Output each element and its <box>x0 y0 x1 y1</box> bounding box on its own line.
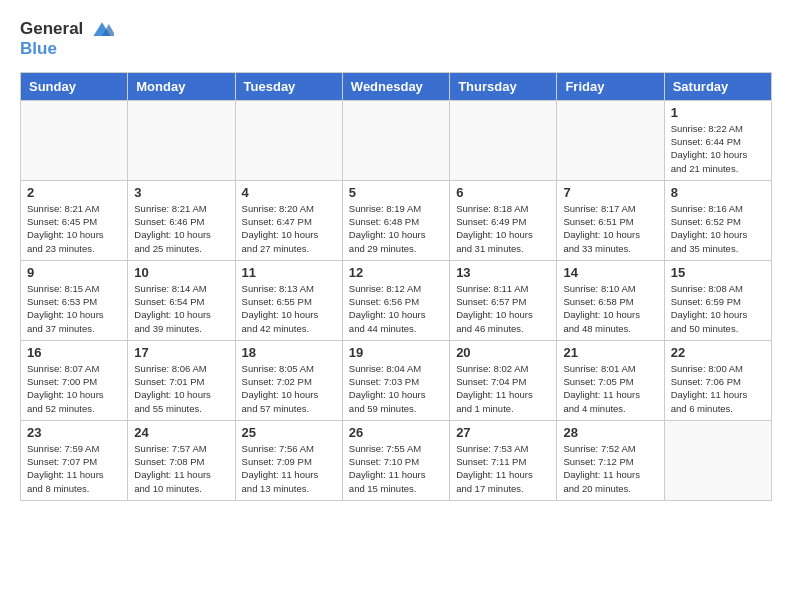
calendar-cell: 8Sunrise: 8:16 AM Sunset: 6:52 PM Daylig… <box>664 180 771 260</box>
day-info: Sunrise: 8:00 AM Sunset: 7:06 PM Dayligh… <box>671 362 765 415</box>
day-number: 28 <box>563 425 657 440</box>
calendar-cell: 28Sunrise: 7:52 AM Sunset: 7:12 PM Dayli… <box>557 420 664 500</box>
calendar-cell: 2Sunrise: 8:21 AM Sunset: 6:45 PM Daylig… <box>21 180 128 260</box>
day-number: 12 <box>349 265 443 280</box>
day-info: Sunrise: 8:16 AM Sunset: 6:52 PM Dayligh… <box>671 202 765 255</box>
calendar-cell: 10Sunrise: 8:14 AM Sunset: 6:54 PM Dayli… <box>128 260 235 340</box>
day-info: Sunrise: 8:22 AM Sunset: 6:44 PM Dayligh… <box>671 122 765 175</box>
calendar-cell: 16Sunrise: 8:07 AM Sunset: 7:00 PM Dayli… <box>21 340 128 420</box>
day-info: Sunrise: 7:57 AM Sunset: 7:08 PM Dayligh… <box>134 442 228 495</box>
calendar-cell: 9Sunrise: 8:15 AM Sunset: 6:53 PM Daylig… <box>21 260 128 340</box>
day-info: Sunrise: 8:18 AM Sunset: 6:49 PM Dayligh… <box>456 202 550 255</box>
day-number: 17 <box>134 345 228 360</box>
day-number: 21 <box>563 345 657 360</box>
day-number: 14 <box>563 265 657 280</box>
weekday-header-sunday: Sunday <box>21 72 128 100</box>
calendar-table: SundayMondayTuesdayWednesdayThursdayFrid… <box>20 72 772 501</box>
day-number: 1 <box>671 105 765 120</box>
calendar-cell: 11Sunrise: 8:13 AM Sunset: 6:55 PM Dayli… <box>235 260 342 340</box>
day-info: Sunrise: 8:21 AM Sunset: 6:46 PM Dayligh… <box>134 202 228 255</box>
calendar-cell: 17Sunrise: 8:06 AM Sunset: 7:01 PM Dayli… <box>128 340 235 420</box>
calendar-cell <box>235 100 342 180</box>
day-number: 23 <box>27 425 121 440</box>
weekday-header-monday: Monday <box>128 72 235 100</box>
day-info: Sunrise: 8:02 AM Sunset: 7:04 PM Dayligh… <box>456 362 550 415</box>
day-info: Sunrise: 7:55 AM Sunset: 7:10 PM Dayligh… <box>349 442 443 495</box>
day-number: 26 <box>349 425 443 440</box>
day-number: 24 <box>134 425 228 440</box>
calendar-cell: 27Sunrise: 7:53 AM Sunset: 7:11 PM Dayli… <box>450 420 557 500</box>
day-number: 19 <box>349 345 443 360</box>
day-number: 3 <box>134 185 228 200</box>
logo: General Blue <box>20 20 114 59</box>
calendar-cell: 14Sunrise: 8:10 AM Sunset: 6:58 PM Dayli… <box>557 260 664 340</box>
calendar-cell <box>21 100 128 180</box>
calendar-cell: 22Sunrise: 8:00 AM Sunset: 7:06 PM Dayli… <box>664 340 771 420</box>
calendar-cell: 12Sunrise: 8:12 AM Sunset: 6:56 PM Dayli… <box>342 260 449 340</box>
day-number: 18 <box>242 345 336 360</box>
day-number: 22 <box>671 345 765 360</box>
calendar-cell: 18Sunrise: 8:05 AM Sunset: 7:02 PM Dayli… <box>235 340 342 420</box>
day-info: Sunrise: 8:21 AM Sunset: 6:45 PM Dayligh… <box>27 202 121 255</box>
day-number: 13 <box>456 265 550 280</box>
day-number: 4 <box>242 185 336 200</box>
day-info: Sunrise: 8:12 AM Sunset: 6:56 PM Dayligh… <box>349 282 443 335</box>
day-info: Sunrise: 7:52 AM Sunset: 7:12 PM Dayligh… <box>563 442 657 495</box>
day-number: 25 <box>242 425 336 440</box>
day-number: 9 <box>27 265 121 280</box>
day-number: 11 <box>242 265 336 280</box>
day-info: Sunrise: 7:56 AM Sunset: 7:09 PM Dayligh… <box>242 442 336 495</box>
day-info: Sunrise: 8:11 AM Sunset: 6:57 PM Dayligh… <box>456 282 550 335</box>
day-info: Sunrise: 7:59 AM Sunset: 7:07 PM Dayligh… <box>27 442 121 495</box>
calendar-cell: 6Sunrise: 8:18 AM Sunset: 6:49 PM Daylig… <box>450 180 557 260</box>
weekday-header-thursday: Thursday <box>450 72 557 100</box>
day-info: Sunrise: 8:07 AM Sunset: 7:00 PM Dayligh… <box>27 362 121 415</box>
calendar-cell: 23Sunrise: 7:59 AM Sunset: 7:07 PM Dayli… <box>21 420 128 500</box>
calendar-cell: 5Sunrise: 8:19 AM Sunset: 6:48 PM Daylig… <box>342 180 449 260</box>
day-number: 15 <box>671 265 765 280</box>
day-number: 7 <box>563 185 657 200</box>
day-info: Sunrise: 8:17 AM Sunset: 6:51 PM Dayligh… <box>563 202 657 255</box>
day-number: 8 <box>671 185 765 200</box>
day-number: 10 <box>134 265 228 280</box>
calendar-cell <box>557 100 664 180</box>
calendar-cell <box>450 100 557 180</box>
calendar-cell: 25Sunrise: 7:56 AM Sunset: 7:09 PM Dayli… <box>235 420 342 500</box>
calendar-cell: 1Sunrise: 8:22 AM Sunset: 6:44 PM Daylig… <box>664 100 771 180</box>
day-info: Sunrise: 8:04 AM Sunset: 7:03 PM Dayligh… <box>349 362 443 415</box>
day-info: Sunrise: 8:20 AM Sunset: 6:47 PM Dayligh… <box>242 202 336 255</box>
calendar-cell: 3Sunrise: 8:21 AM Sunset: 6:46 PM Daylig… <box>128 180 235 260</box>
day-info: Sunrise: 8:06 AM Sunset: 7:01 PM Dayligh… <box>134 362 228 415</box>
day-info: Sunrise: 8:08 AM Sunset: 6:59 PM Dayligh… <box>671 282 765 335</box>
weekday-header-friday: Friday <box>557 72 664 100</box>
day-info: Sunrise: 8:01 AM Sunset: 7:05 PM Dayligh… <box>563 362 657 415</box>
day-info: Sunrise: 8:15 AM Sunset: 6:53 PM Dayligh… <box>27 282 121 335</box>
calendar-cell: 26Sunrise: 7:55 AM Sunset: 7:10 PM Dayli… <box>342 420 449 500</box>
calendar-cell: 15Sunrise: 8:08 AM Sunset: 6:59 PM Dayli… <box>664 260 771 340</box>
weekday-header-saturday: Saturday <box>664 72 771 100</box>
calendar-cell: 20Sunrise: 8:02 AM Sunset: 7:04 PM Dayli… <box>450 340 557 420</box>
calendar-cell <box>664 420 771 500</box>
calendar-cell <box>128 100 235 180</box>
day-number: 6 <box>456 185 550 200</box>
day-info: Sunrise: 7:53 AM Sunset: 7:11 PM Dayligh… <box>456 442 550 495</box>
day-number: 20 <box>456 345 550 360</box>
calendar-cell: 19Sunrise: 8:04 AM Sunset: 7:03 PM Dayli… <box>342 340 449 420</box>
day-info: Sunrise: 8:14 AM Sunset: 6:54 PM Dayligh… <box>134 282 228 335</box>
day-info: Sunrise: 8:13 AM Sunset: 6:55 PM Dayligh… <box>242 282 336 335</box>
day-number: 2 <box>27 185 121 200</box>
calendar-cell <box>342 100 449 180</box>
calendar-cell: 7Sunrise: 8:17 AM Sunset: 6:51 PM Daylig… <box>557 180 664 260</box>
day-number: 16 <box>27 345 121 360</box>
calendar-cell: 24Sunrise: 7:57 AM Sunset: 7:08 PM Dayli… <box>128 420 235 500</box>
day-info: Sunrise: 8:19 AM Sunset: 6:48 PM Dayligh… <box>349 202 443 255</box>
calendar-cell: 13Sunrise: 8:11 AM Sunset: 6:57 PM Dayli… <box>450 260 557 340</box>
day-info: Sunrise: 8:05 AM Sunset: 7:02 PM Dayligh… <box>242 362 336 415</box>
day-info: Sunrise: 8:10 AM Sunset: 6:58 PM Dayligh… <box>563 282 657 335</box>
weekday-header-tuesday: Tuesday <box>235 72 342 100</box>
day-number: 5 <box>349 185 443 200</box>
day-number: 27 <box>456 425 550 440</box>
weekday-header-wednesday: Wednesday <box>342 72 449 100</box>
calendar-cell: 4Sunrise: 8:20 AM Sunset: 6:47 PM Daylig… <box>235 180 342 260</box>
calendar-cell: 21Sunrise: 8:01 AM Sunset: 7:05 PM Dayli… <box>557 340 664 420</box>
